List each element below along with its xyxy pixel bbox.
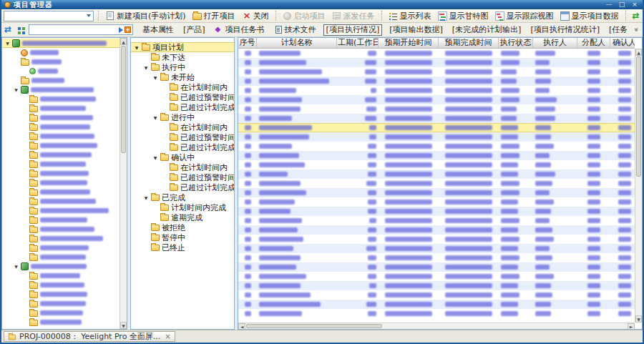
left-tree-item[interactable] xyxy=(2,178,119,187)
table-row[interactable] xyxy=(238,86,635,95)
left-tree-item[interactable] xyxy=(2,252,119,262)
search-input[interactable] xyxy=(29,26,117,34)
show-project-data-button[interactable]: 显示项目数据 xyxy=(557,10,622,22)
table-row[interactable] xyxy=(238,300,635,309)
table-column-header[interactable]: 确认人 xyxy=(610,38,635,49)
table-row[interactable] xyxy=(238,114,635,123)
project-quick-select[interactable] xyxy=(4,11,94,21)
table-row[interactable] xyxy=(238,169,635,179)
table-row[interactable] xyxy=(238,244,635,253)
plan-tree-item[interactable]: 计划时间内完成 xyxy=(131,202,234,212)
plan-tree-item[interactable]: 在计划时间内 xyxy=(131,162,234,172)
left-tree-item[interactable] xyxy=(2,243,119,252)
show-list-button[interactable]: 显示列表 xyxy=(386,10,434,22)
table-row[interactable] xyxy=(238,262,635,272)
left-tree-item[interactable] xyxy=(2,290,119,299)
left-tree-item[interactable] xyxy=(2,122,119,132)
table-row[interactable] xyxy=(238,132,635,142)
plan-tree-item[interactable]: 已超过预警时间 xyxy=(131,132,234,142)
left-tree-item[interactable] xyxy=(2,67,119,76)
table-column-header[interactable]: 执行人 xyxy=(533,38,577,49)
plan-tree-item[interactable]: ▼项目计划 xyxy=(131,42,234,52)
refresh-plan-progress-button[interactable]: 刷新计划进度 xyxy=(630,10,644,22)
left-tree-item[interactable] xyxy=(2,150,119,159)
plan-tree-item[interactable]: 已超过计划完成时间 xyxy=(131,142,234,152)
tree-expand-icon[interactable]: ▼ xyxy=(14,264,19,269)
tab-exec-status-stats[interactable]: [项目执行情况统计] xyxy=(528,24,602,36)
left-tree-item[interactable] xyxy=(2,104,119,113)
table-row[interactable] xyxy=(238,235,635,244)
left-tree-item[interactable] xyxy=(2,132,119,141)
left-tree-item[interactable]: ▼ xyxy=(2,39,119,48)
tab-basic-props[interactable]: 基本属性 xyxy=(140,24,176,36)
left-tree-item[interactable] xyxy=(2,215,119,225)
tab-exec-status[interactable]: [项目执行情况] xyxy=(323,24,383,36)
table-row[interactable] xyxy=(238,207,635,216)
left-tree-item[interactable] xyxy=(2,48,119,57)
table-row[interactable] xyxy=(238,67,635,77)
refresh-tree-icon[interactable] xyxy=(4,25,14,35)
plan-tree-item[interactable]: ▼进行中 xyxy=(131,112,234,122)
plan-tree-item[interactable]: 已终止 xyxy=(131,242,234,252)
scroll-up-icon[interactable]: ▲ xyxy=(120,38,127,45)
scrollbar-thumb[interactable] xyxy=(246,324,382,328)
plan-tree-item[interactable]: 在计划时间内 xyxy=(131,82,234,92)
search-go-icon[interactable] xyxy=(119,27,123,33)
left-tree-item[interactable] xyxy=(2,308,119,318)
left-tree-item[interactable] xyxy=(2,94,119,104)
tree-expand-icon[interactable]: ▼ xyxy=(134,45,140,50)
tree-expand-icon[interactable]: ▼ xyxy=(143,195,149,200)
table-row[interactable] xyxy=(238,142,635,151)
left-tree-item[interactable] xyxy=(2,234,119,243)
plan-tree-item[interactable]: 未下达 xyxy=(131,52,234,62)
table-row[interactable] xyxy=(238,179,635,188)
left-tree-item[interactable] xyxy=(2,318,119,327)
tree-expand-icon[interactable]: ▼ xyxy=(5,41,10,46)
table-row[interactable] xyxy=(238,197,635,207)
left-tree-item[interactable] xyxy=(2,113,119,122)
plan-tree-item[interactable]: ▼执行中 xyxy=(131,62,234,72)
table-column-header[interactable]: 序号 xyxy=(238,38,257,49)
left-tree-item[interactable]: ▼ xyxy=(2,85,119,94)
maximize-button[interactable]: □ xyxy=(617,1,627,9)
show-tracking-button[interactable]: 显示跟踪视图 xyxy=(492,10,557,22)
table-row[interactable] xyxy=(238,309,635,318)
table-row[interactable] xyxy=(238,281,635,290)
table-column-header[interactable]: 预期开始时间 xyxy=(379,38,439,49)
scroll-left-icon[interactable]: ◄ xyxy=(238,323,245,330)
plan-tree-item[interactable]: 已超过预警时间 xyxy=(131,92,234,102)
tab-tech-files[interactable]: 技术文件 xyxy=(272,24,318,36)
minimize-button[interactable]: — xyxy=(604,1,614,9)
open-project-tab[interactable]: PROJ-000008： Yeelight Pro 全面屏... × xyxy=(4,331,175,342)
table-row[interactable] xyxy=(238,151,635,160)
table-row[interactable] xyxy=(238,290,635,300)
table-column-header[interactable]: 计划名称 xyxy=(257,38,337,49)
left-tree-item[interactable] xyxy=(2,76,119,85)
left-tree-item[interactable] xyxy=(2,187,119,197)
table-vertical-scrollbar[interactable]: ▲ ▼ xyxy=(635,49,642,323)
plan-tree-item[interactable]: 暂停中 xyxy=(131,232,234,242)
table-row[interactable] xyxy=(238,272,635,281)
plan-tree-item[interactable]: 逾期完成 xyxy=(131,212,234,222)
left-tree-item[interactable] xyxy=(2,225,119,234)
table-column-header[interactable]: 预期完成时间 xyxy=(439,38,499,49)
advanced-search-icon[interactable] xyxy=(125,26,131,33)
plan-tree-item[interactable]: 已超过预警时间 xyxy=(131,172,234,182)
table-row[interactable] xyxy=(238,58,635,67)
table-horizontal-scrollbar[interactable]: ◄ ► xyxy=(238,323,635,329)
left-tree-item[interactable]: ▼ xyxy=(2,262,119,271)
close-button[interactable]: × xyxy=(630,1,640,9)
left-tree-item[interactable] xyxy=(2,206,119,215)
tabs-overflow-button[interactable]: » xyxy=(632,27,640,31)
tree-expand-icon[interactable]: ▼ xyxy=(143,65,149,70)
left-tree-item[interactable] xyxy=(2,169,119,178)
table-row[interactable] xyxy=(238,216,635,225)
left-tree-item[interactable] xyxy=(2,271,119,280)
plan-tree-item[interactable]: 已超过计划完成时间 xyxy=(131,102,234,112)
plan-tree-item[interactable]: ▼确认中 xyxy=(131,152,234,162)
scrollbar-thumb[interactable] xyxy=(636,56,641,177)
scroll-up-icon[interactable]: ▲ xyxy=(635,49,642,56)
close-project-button[interactable]: 关闭 xyxy=(239,10,272,22)
table-row[interactable] xyxy=(238,49,635,58)
table-row[interactable] xyxy=(238,95,635,104)
